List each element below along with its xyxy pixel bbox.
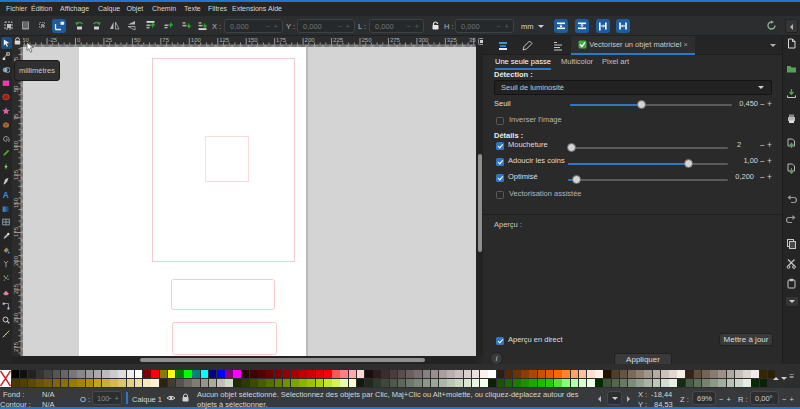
svg-text:A: A (3, 191, 9, 199)
